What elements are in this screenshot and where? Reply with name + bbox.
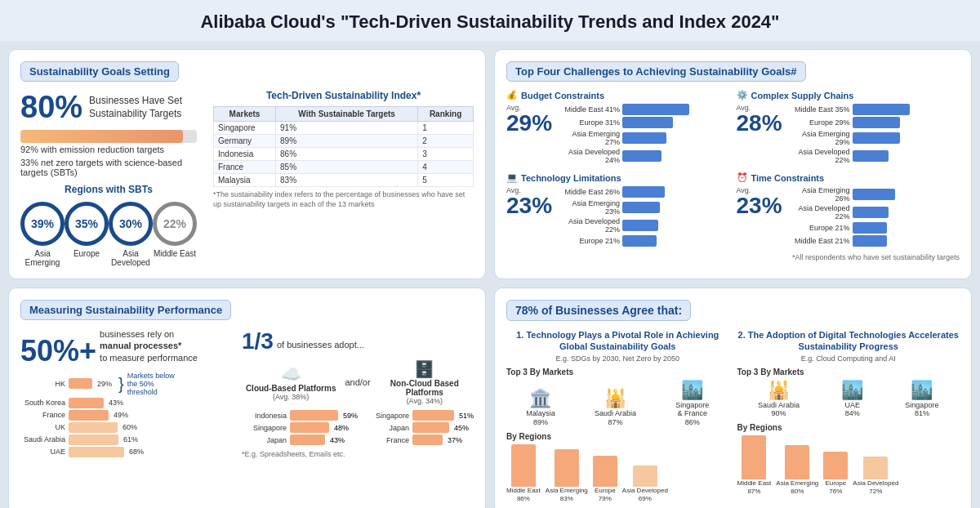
tl-regions: 39% Asia Emerging 35% Europe 30% Asia De… <box>20 202 197 267</box>
challenge-tech-title: 💻 Technology Limitations <box>506 172 730 183</box>
br-regions-1-title: By Regions <box>737 423 960 432</box>
bl-left: 50%+ businesses rely on manual processes… <box>20 328 232 459</box>
challenge-supply-avg: Avg. 28% <box>737 104 782 135</box>
br-bar2-eu: Europe76% <box>823 452 848 495</box>
c-bar-row: Asia Developed 24% <box>559 148 729 164</box>
bl-right: 1/3 of businesses adopt... ☁️ Cloud-Base… <box>242 328 474 459</box>
br-markets-0-icons: 🏛️ Malaysia89% 🕌 Saudi Arabia87% 🏙️ Sing… <box>506 380 729 427</box>
index-row-3: France85%4 <box>214 161 474 174</box>
bl-panel-title: Measuring Sustainability Performance <box>20 300 231 320</box>
br-bar2-me: Middle East87% <box>737 435 772 495</box>
sg-fr-icon: 🏙️ <box>675 380 709 401</box>
index-col-1: With Sustainable Targets <box>276 107 418 122</box>
bl-bars-left: HK 29% } Markets below the 50% threshold… <box>20 372 232 457</box>
bl-platform-bars: Indonesia59% Singapore48% Japan43% Singa… <box>242 410 474 447</box>
challenge-supply-title: ⚙️ Complex Supply Chains <box>737 90 960 100</box>
br-section-1-sub: E.g. Cloud Computing and AI <box>737 354 960 363</box>
br-bar2-ad: Asia Developed72% <box>853 457 898 495</box>
tl-circle-1: 35% <box>65 202 109 246</box>
tl-bar-label: 92% with emission reduction targets <box>20 145 197 154</box>
saudi-icon: 🕌 <box>595 388 636 409</box>
challenge-tech-avg: Avg. 23% <box>506 186 552 217</box>
tr-note: *All respondents who have set sustainabi… <box>506 253 960 261</box>
challenge-time-title: ⏰ Time Constraints <box>737 172 960 183</box>
platform-cloud-sub: (Avg. 38%) <box>242 393 340 401</box>
challenge-supply-stat: Avg. 28% Middle East 35% Europe 29% Asia… <box>737 104 960 166</box>
index-row-2: Indonesia86%3 <box>214 148 474 161</box>
challenge-supply-bars: Middle East 35% Europe 29% Asia Emerging… <box>789 104 960 166</box>
br-section-0-title: 1. Technology Plays a Pivotal Role in Ac… <box>506 329 729 353</box>
uae-icon: 🏙️ <box>841 380 863 401</box>
c-bar-row: Middle East 41% <box>559 104 729 115</box>
tl-progress-bar-bg <box>20 130 197 143</box>
challenge-budget-bars: Middle East 41% Europe 31% Asia Emerging… <box>559 104 729 166</box>
tl-circle-0: 39% <box>20 202 65 246</box>
platform-noncloud: 🗄️ Non-Cloud Based Platforms (Avg. 34%) <box>376 359 474 405</box>
index-title: Tech-Driven Sustainability Index* <box>213 90 474 101</box>
index-table: Markets With Sustainable Targets Ranking… <box>213 106 474 187</box>
noncloud-bars: Singapore51% Japan45% France37% <box>364 410 474 447</box>
tl-right: Tech-Driven Sustainability Index* Market… <box>205 90 474 267</box>
br-grid: 1. Technology Plays a Pivotal Role in Ac… <box>506 329 960 502</box>
and-or: and/or <box>345 377 370 387</box>
bl-row: 50%+ businesses rely on manual processes… <box>20 328 474 459</box>
main-title: Alibaba Cloud's "Tech-Driven Sustainabil… <box>0 0 980 41</box>
index-row-4: Malaysia83%5 <box>214 174 474 187</box>
challenge-tech-bars: Middle East 26% Asia Emerging 23% Asia D… <box>559 186 729 248</box>
index-row-1: Germany89%2 <box>214 135 474 148</box>
malaysia-icon: 🏛️ <box>526 388 555 409</box>
br-market-malaysia: 🏛️ Malaysia89% <box>526 388 555 427</box>
time-icon: ⏰ <box>737 172 748 183</box>
br-markets-0-title: Top 3 By Markets <box>506 368 729 377</box>
challenge-time-stat: Avg. 23% Asia Emerging 26% Asia Develope… <box>737 186 960 248</box>
challenge-time: ⏰ Time Constraints Avg. 23% Asia Emergin… <box>737 172 960 248</box>
c-bar-row: Europe 31% <box>559 117 729 128</box>
bottom-left-panel: Measuring Sustainability Performance 50%… <box>8 287 486 508</box>
br-regions-0-bars: Middle East86% Asia Emerging83% Europe79… <box>506 444 729 502</box>
bl-big-stat: 50%+ <box>20 334 96 368</box>
tl-region-3: 22% Middle East <box>153 202 197 267</box>
platform-cloud: ☁️ Cloud-Based Platforms (Avg. 38%) <box>242 364 340 401</box>
tl-region-1: 35% Europe <box>65 202 109 267</box>
challenge-tech: 💻 Technology Limitations Avg. 23% Middle… <box>506 172 730 248</box>
budget-icon: 💰 <box>506 90 518 100</box>
saudi2-icon: 🕌 <box>758 380 800 401</box>
c-bar-row: Asia Emerging 27% <box>559 130 729 146</box>
tr-challenges-grid: 💰 Budget Constraints Avg. 29% Middle Eas… <box>506 90 960 248</box>
br-bar-eu: Europe79% <box>593 456 617 502</box>
br-market-uae: 🏙️ UAE84% <box>841 380 863 419</box>
bl-third-stat: 1/3 <box>242 328 274 354</box>
tl-regions-title: Regions with SBTs <box>20 184 197 195</box>
database-icon: 🗄️ <box>376 359 474 379</box>
challenge-time-avg: Avg. 23% <box>737 186 782 217</box>
challenge-budget: 💰 Budget Constraints Avg. 29% Middle Eas… <box>506 90 730 166</box>
tech-icon: 💻 <box>506 172 518 183</box>
cloud-bars: Indonesia59% Singapore48% Japan43% <box>242 410 358 447</box>
bl-desc3: to measure performance <box>100 353 198 363</box>
br-market-saudi: 🕌 Saudi Arabia87% <box>595 388 636 427</box>
tl-big-label: Businesses Have Set Sustainability Targe… <box>89 95 197 120</box>
br-market-sg2: 🏙️ Singapore81% <box>905 380 938 419</box>
br-market-sg-fr: 🏙️ Singapore& France86% <box>675 380 709 427</box>
br-section-0-sub: E.g. SDGs by 2030, Net Zero by 2050 <box>506 354 729 363</box>
br-markets-1-title: Top 3 By Markets <box>737 368 960 377</box>
bl-desc2: manual processes* <box>100 341 181 350</box>
cloud-icon: ☁️ <box>242 364 340 384</box>
dashboard: Sustainability Goals Setting 80% Busines… <box>0 41 980 508</box>
tl-big-num: 80% <box>20 90 82 125</box>
br-market-saudi2: 🕌 Saudi Arabia90% <box>758 380 800 419</box>
br-regions-0-title: By Regions <box>506 432 729 441</box>
bl-third-desc: of businesses adopt... <box>277 340 364 350</box>
br-bar-me: Middle East86% <box>506 444 541 502</box>
tl-sbt-label: 33% net zero targets with science-based … <box>20 158 197 177</box>
challenge-budget-avg: Avg. 29% <box>506 104 552 135</box>
br-bar-ad: Asia Developed69% <box>622 466 668 502</box>
tl-circle-3: 22% <box>153 202 197 246</box>
tr-panel-title: Top Four Challenges to Achieving Sustain… <box>506 61 806 82</box>
bl-desc1: businesses rely on <box>100 329 174 339</box>
tl-region-2: 30% Asia Developed <box>109 202 153 267</box>
br-markets-1-icons: 🕌 Saudi Arabia90% 🏙️ UAE84% 🏙️ Singapore… <box>737 380 960 419</box>
index-row-0: Singapore91%1 <box>214 122 474 135</box>
bl-note: *E.g. Spreadsheets, Emails etc. <box>242 450 474 458</box>
supply-icon: ⚙️ <box>737 90 748 100</box>
